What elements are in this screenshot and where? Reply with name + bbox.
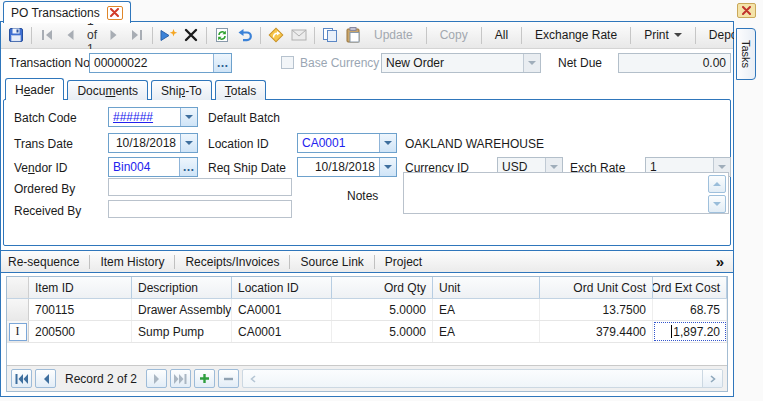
chevron-down-icon[interactable] (379, 158, 396, 176)
previous-record-button[interactable] (59, 24, 81, 46)
cell-ord-ext-cost[interactable]: 68.75 (653, 299, 727, 320)
first-record-button[interactable] (36, 24, 58, 46)
received-by-field[interactable] (108, 200, 292, 218)
previous-row-button[interactable] (35, 369, 56, 388)
tab-documents[interactable]: Documents (67, 80, 148, 100)
add-row-button[interactable] (194, 369, 215, 388)
next-row-button[interactable] (146, 369, 167, 388)
req-ship-date-value: 10/18/2018 (298, 158, 379, 176)
trans-date-picker[interactable]: 10/18/2018 (108, 133, 198, 153)
last-row-button[interactable] (170, 369, 191, 388)
scrollbar-track[interactable] (263, 370, 702, 387)
tab-totals[interactable]: Totals (215, 80, 266, 100)
new-record-button[interactable] (157, 24, 179, 46)
cell-ord-qty[interactable]: 5.0000 (332, 299, 433, 320)
column-header-item-id[interactable]: Item ID (29, 277, 132, 298)
copy-button[interactable]: Copy (431, 24, 477, 46)
tab-ship-to-label: Ship-To (161, 84, 202, 98)
horizontal-scrollbar[interactable] (242, 369, 723, 388)
tab-ship-to[interactable]: Ship-To (151, 80, 212, 100)
cell-ord-unit-cost[interactable]: 379.4400 (540, 321, 653, 342)
source-link-button[interactable]: Source Link (292, 255, 371, 269)
scroll-up-icon[interactable] (708, 175, 726, 193)
column-header-ord-ext-cost[interactable]: Ord Ext Cost (653, 277, 727, 298)
vendor-id-field[interactable]: Bin004 … (108, 157, 198, 177)
scroll-down-icon[interactable] (708, 195, 726, 213)
print-button[interactable]: Print (635, 24, 691, 46)
first-row-button[interactable] (11, 369, 32, 388)
delete-button[interactable] (180, 24, 202, 46)
ordered-by-label: Ordered By (14, 182, 75, 196)
cell-unit[interactable]: EA (433, 299, 540, 320)
chevron-down-icon[interactable] (180, 108, 197, 126)
batch-code-value: ###### (109, 108, 180, 126)
undo-button[interactable] (234, 24, 256, 46)
window-close-button[interactable] (737, 3, 756, 18)
toolbar-separator (481, 27, 482, 44)
row-selector[interactable]: I (7, 321, 29, 342)
cell-ord-qty[interactable]: 5.0000 (332, 321, 433, 342)
save-button[interactable] (5, 24, 27, 46)
tab-header[interactable]: Header (5, 78, 64, 100)
update-button[interactable]: Update (365, 24, 422, 46)
ordered-by-field[interactable] (108, 178, 292, 196)
paste-button[interactable] (342, 24, 364, 46)
net-due-label: Net Due (558, 56, 602, 70)
column-header-ord-unit-cost[interactable]: Ord Unit Cost (540, 277, 653, 298)
column-header-location-id[interactable]: Location ID (232, 277, 332, 298)
column-header-description[interactable]: Description (132, 277, 232, 298)
cell-ord-unit-cost[interactable]: 13.7500 (540, 299, 653, 320)
table-row[interactable]: I 200500 Sump Pump CA0001 5.0000 EA 379.… (7, 321, 727, 343)
tab-totals-label: Totals (225, 84, 256, 98)
cell-description[interactable]: Sump Pump (132, 321, 232, 342)
main-toolbar: 1 of 1 (1, 22, 733, 49)
all-button[interactable]: All (486, 24, 517, 46)
chevron-down-icon[interactable] (523, 54, 540, 72)
toolbar-overflow-button[interactable]: » (716, 253, 726, 270)
item-history-button[interactable]: Item History (92, 255, 172, 269)
browse-icon[interactable]: … (213, 54, 231, 72)
project-button[interactable]: Project (377, 255, 430, 269)
last-record-button[interactable] (126, 24, 148, 46)
exchange-rate-button[interactable]: Exchange Rate (526, 24, 626, 46)
scroll-left-icon[interactable] (243, 370, 263, 387)
copy-record-button[interactable] (319, 24, 341, 46)
cell-item-id[interactable]: 200500 (29, 321, 132, 342)
tab-po-transactions[interactable]: PO Transactions (3, 1, 131, 23)
email-button[interactable] (288, 24, 310, 46)
tasks-tab[interactable]: Tasks (736, 28, 756, 80)
req-ship-date-picker[interactable]: 10/18/2018 (297, 157, 397, 177)
delete-row-button[interactable] (218, 369, 239, 388)
scroll-right-icon[interactable] (702, 370, 722, 387)
column-header-ord-qty[interactable]: Ord Qty (332, 277, 433, 298)
goto-button[interactable] (265, 24, 287, 46)
grid-corner-cell[interactable] (7, 277, 29, 298)
re-sequence-button[interactable]: Re-sequence (8, 255, 87, 269)
table-row[interactable]: 700115 Drawer Assembly CA0001 5.0000 EA … (7, 299, 727, 321)
base-currency-label: Base Currency (300, 56, 379, 70)
next-record-button[interactable] (103, 24, 125, 46)
row-selector[interactable] (7, 299, 29, 320)
cell-item-id[interactable]: 700115 (29, 299, 132, 320)
batch-code-combo[interactable]: ###### (108, 107, 198, 127)
cell-unit[interactable]: EA (433, 321, 540, 342)
right-rail: Tasks (734, 0, 763, 401)
transaction-no-label: Transaction No (9, 56, 90, 70)
order-type-dropdown[interactable]: New Order (381, 53, 541, 73)
chevron-down-icon[interactable] (180, 134, 197, 152)
base-currency-checkbox[interactable] (281, 56, 294, 69)
cell-location-id[interactable]: CA0001 (232, 299, 332, 320)
vendor-id-label: Vendor ID (14, 161, 67, 175)
transaction-no-field[interactable]: 00000022 … (89, 53, 232, 73)
chevron-down-icon[interactable] (379, 134, 396, 152)
cell-description[interactable]: Drawer Assembly (132, 299, 232, 320)
tab-close-icon[interactable] (107, 6, 123, 20)
cell-location-id[interactable]: CA0001 (232, 321, 332, 342)
cell-ord-ext-cost-editing[interactable]: 1,897.20 (653, 321, 727, 342)
column-header-unit[interactable]: Unit (433, 277, 540, 298)
receipts-invoices-button[interactable]: Receipts/Invoices (177, 255, 287, 269)
refresh-button[interactable] (211, 24, 233, 46)
browse-icon[interactable]: … (179, 158, 197, 176)
notes-textarea[interactable] (403, 172, 729, 214)
location-id-combo[interactable]: CA0001 (297, 133, 397, 153)
